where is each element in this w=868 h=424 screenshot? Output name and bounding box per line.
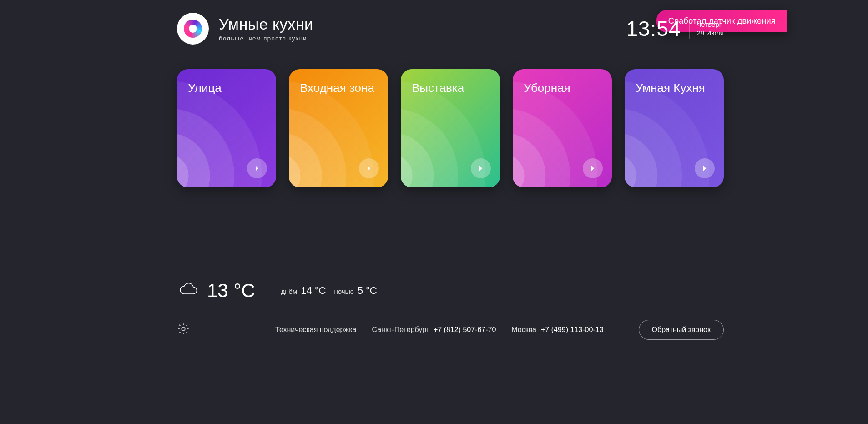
callback-button[interactable]: Обратный звонок xyxy=(639,320,724,340)
phone-spb[interactable]: +7 (812) 507-67-70 xyxy=(434,326,496,334)
brand-block: Умные кухни больше, чем просто кухни... xyxy=(219,15,314,42)
phone-moscow[interactable]: +7 (499) 113-00-13 xyxy=(541,326,603,334)
weather-day-value: 14 °C xyxy=(301,285,326,297)
room-card-title: Улица xyxy=(188,81,265,95)
cloud-icon xyxy=(177,282,199,299)
chevron-right-icon xyxy=(695,158,715,178)
weather-night: ночью 5 °C xyxy=(334,285,377,297)
room-card-restroom[interactable]: Уборная xyxy=(513,69,612,187)
room-card-smart-kitchen[interactable]: Умная Кухня xyxy=(625,69,724,187)
room-card-title: Уборная xyxy=(524,81,601,95)
clock: 13:54 Четверг 28 Июля xyxy=(626,16,724,41)
chevron-right-icon xyxy=(471,158,491,178)
chevron-right-icon xyxy=(247,158,267,178)
weather-night-value: 5 °C xyxy=(358,285,377,297)
brand-title: Умные кухни xyxy=(219,15,314,33)
weather-day-label: днём xyxy=(281,288,298,295)
weather-day: днём 14 °C xyxy=(281,285,326,297)
brand-logo xyxy=(177,13,209,45)
settings-button[interactable] xyxy=(177,323,190,337)
footer: Техническая поддержка Санкт-Петербург +7… xyxy=(177,320,724,340)
weather-now-temp: 13 °C xyxy=(207,280,255,302)
clock-weekday: Четверг xyxy=(697,20,724,28)
chevron-right-icon xyxy=(359,158,379,178)
room-card-showroom[interactable]: Выставка xyxy=(401,69,500,187)
chevron-right-icon xyxy=(583,158,603,178)
brand-logo-ring-icon xyxy=(184,20,202,38)
room-card-street[interactable]: Улица xyxy=(177,69,276,187)
weather-separator xyxy=(268,281,268,300)
support-label: Техническая поддержка xyxy=(275,326,356,334)
brand-subtitle: больше, чем просто кухни... xyxy=(219,35,314,42)
support-moscow: Москва +7 (499) 113-00-13 xyxy=(511,326,603,334)
weather-night-label: ночью xyxy=(334,288,354,295)
room-cards-row: Улица Входная зона Выставка Уборная Умна… xyxy=(177,69,724,187)
room-card-entrance[interactable]: Входная зона xyxy=(289,69,388,187)
room-card-title: Входная зона xyxy=(300,81,377,95)
clock-date: 28 Июля xyxy=(697,29,724,37)
city-name: Москва xyxy=(511,326,536,334)
clock-separator xyxy=(689,19,690,39)
header: Умные кухни больше, чем просто кухни... … xyxy=(177,13,724,45)
callback-label: Обратный звонок xyxy=(652,326,711,333)
svg-point-0 xyxy=(182,327,185,330)
clock-time: 13:54 xyxy=(626,16,681,41)
city-name: Санкт-Петербург xyxy=(372,326,429,334)
clock-date-block: Четверг 28 Июля xyxy=(697,20,724,37)
room-card-title: Выставка xyxy=(412,81,489,95)
app-root: Сработал датчик движения Умные кухни бол… xyxy=(81,0,787,361)
room-card-title: Умная Кухня xyxy=(636,81,713,95)
support-spb: Санкт-Петербург +7 (812) 507-67-70 xyxy=(372,326,496,334)
weather-widget: 13 °C днём 14 °C ночью 5 °C xyxy=(177,280,377,302)
